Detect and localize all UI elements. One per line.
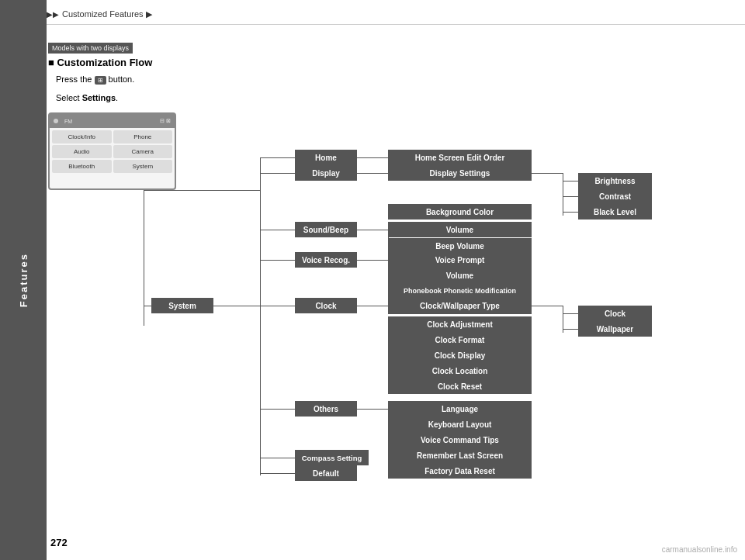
line-h-brightness (563, 181, 578, 181)
box-wallpaper: Wallpaper (578, 321, 652, 337)
screen-cell: Clock/Info (52, 130, 112, 143)
box-black-level: Black Level (578, 204, 652, 220)
content: Models with two displays ■ Customization… (0, 31, 745, 537)
box-language: Language (388, 401, 532, 417)
box-display: Display (295, 165, 357, 181)
line-h-display (260, 173, 295, 174)
line-h-others-sub (357, 409, 388, 410)
box-keyboard-layout: Keyboard Layout (388, 417, 532, 432)
box-display-settings: Display Settings (388, 165, 532, 181)
line-h-display-settings-sub (532, 173, 563, 174)
section-title: ■ Customization Flow (48, 57, 152, 68)
box-others: Others (295, 401, 357, 417)
line-h-system (213, 306, 260, 306)
line-v-display-sub (563, 173, 563, 216)
box-system: System (151, 298, 213, 313)
page-number: 272 (50, 537, 68, 548)
screen-dot (54, 119, 58, 123)
box-volume-voice: Volume (388, 268, 532, 283)
box-clock: Clock (295, 298, 357, 313)
badge-models: Models with two displays (48, 43, 133, 54)
line-h-voice-sub (357, 260, 388, 261)
line-h-clock-sub (357, 306, 388, 306)
box-background-color: Background Color (388, 204, 532, 220)
box-voice-recog: Voice Recog. (295, 252, 357, 268)
line-h-others (260, 409, 295, 410)
box-voice-prompt: Voice Prompt (388, 252, 532, 268)
line-h-home (260, 157, 295, 158)
line-h-from-mockup (144, 190, 260, 191)
screen-cell: Camera (113, 145, 173, 158)
line-h-clock (260, 306, 295, 306)
box-default: Default (295, 465, 357, 481)
box-phonebook: Phonebook Phonetic Modification (388, 283, 532, 299)
box-clock-sub: Clock (578, 306, 652, 321)
line-h-default (260, 473, 295, 474)
screen-cell: Audio (52, 145, 112, 158)
box-factory-data-reset: Factory Data Reset (388, 463, 532, 479)
header-arrows: ▶▶ (47, 10, 59, 19)
box-clock-reset: Clock Reset (388, 379, 532, 394)
box-volume-sound: Volume (388, 222, 532, 237)
box-clock-adjustment: Clock Adjustment (388, 316, 532, 332)
box-clock-display: Clock Display (388, 347, 532, 363)
box-sound-beep: Sound/Beep (295, 222, 357, 237)
box-clock-wallpaper-type: Clock/Wallpaper Type (388, 298, 532, 313)
screen-cell: Bluetooth (52, 160, 112, 173)
box-home: Home (295, 150, 357, 165)
line-h-black-level (563, 212, 578, 213)
box-voice-command-tips: Voice Command Tips (388, 432, 532, 448)
line-h-to-system (144, 306, 151, 306)
box-compass: Compass Setting (295, 450, 369, 465)
box-clock-location: Clock Location (388, 363, 532, 379)
line-h-voice (260, 260, 295, 261)
box-contrast: Contrast (578, 188, 652, 204)
screen-cell: System (113, 160, 173, 173)
header: ▶▶ Customized Features ▶ (47, 9, 745, 25)
screen-cell: Phone (113, 130, 173, 143)
line-h-home-sub (357, 157, 388, 158)
screen-grid: Clock/Info Phone Audio Camera Bluetooth … (50, 128, 175, 175)
box-brightness: Brightness (578, 173, 652, 188)
box-remember-last-screen: Remember Last Screen (388, 448, 532, 463)
line-h-clock-wallpaper-sub (532, 306, 563, 306)
box-beep-volume: Beep Volume (388, 238, 532, 254)
watermark: carmanualsonline.info (662, 545, 737, 554)
box-home-screen-edit: Home Screen Edit Order (388, 150, 532, 165)
screen-top-bar: FM ⊟ ⊠ (50, 114, 175, 128)
screen-mockup: FM ⊟ ⊠ Clock/Info Phone Audio Camera Blu… (48, 112, 176, 190)
press-text: Press the ⊞ button. (56, 74, 134, 85)
line-h-sound (260, 230, 295, 230)
line-h-wallpaper-sub (563, 329, 578, 330)
line-h-sound-sub (357, 230, 388, 230)
line-h-clock-sub-sub (563, 313, 578, 314)
line-h-display-sub (357, 173, 388, 174)
select-text: Select Settings. (56, 93, 118, 102)
header-title: Customized Features ▶ (62, 9, 152, 19)
box-clock-format: Clock Format (388, 332, 532, 347)
line-h-compass (260, 458, 295, 458)
line-h-contrast (563, 196, 578, 197)
line-v-trunk (260, 157, 261, 475)
